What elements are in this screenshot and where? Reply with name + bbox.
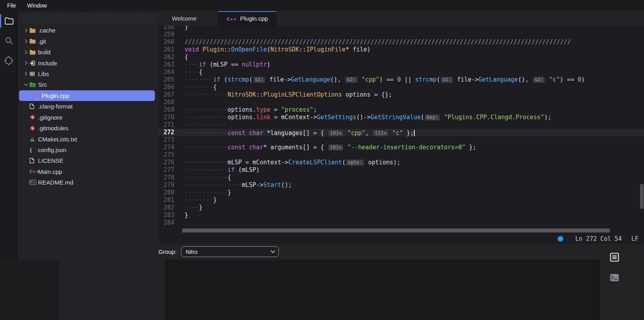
code-line-278[interactable]: 278············{ bbox=[158, 174, 644, 181]
code-line-280[interactable]: 280············} bbox=[158, 189, 644, 196]
code-line-273[interactable]: 273 bbox=[158, 136, 644, 144]
line-number: 265 bbox=[158, 76, 174, 84]
code-line-282[interactable]: 282····} bbox=[158, 204, 644, 211]
tree-item--cache[interactable]: .cache bbox=[18, 25, 158, 36]
line-number: 274 bbox=[158, 144, 174, 151]
tree-item-label: config.json bbox=[38, 147, 67, 153]
code-text: ············NitroSDK::PluginLSPClientOpt… bbox=[185, 91, 392, 99]
file-icon bbox=[29, 103, 38, 109]
inlay-hint: [0]= bbox=[328, 130, 343, 136]
tree-item-build[interactable]: build bbox=[18, 47, 158, 57]
code-text: ········} bbox=[185, 196, 217, 204]
status-line-col: Ln 272 Col 54 bbox=[575, 235, 622, 242]
tree-item-cmakelists-txt[interactable]: CMakeLists.txt bbox=[18, 133, 158, 144]
tree-item--gitignore[interactable]: .gitignore bbox=[18, 112, 158, 123]
code-line-275[interactable]: 275 bbox=[158, 151, 644, 159]
code-line-266[interactable]: 266········{ bbox=[158, 84, 644, 91]
horizontal-scrollbar[interactable] bbox=[182, 229, 610, 232]
tree-item-license[interactable]: LICENSE bbox=[18, 155, 158, 166]
tab-label: Plugin.cpp bbox=[240, 15, 268, 22]
cpp-icon: C++ bbox=[227, 15, 236, 22]
code-line-261[interactable]: 261void Plugin::OnOpenFile(NitroSDK::IPl… bbox=[158, 46, 644, 53]
line-number: 263 bbox=[158, 61, 174, 69]
chevron-right-icon[interactable] bbox=[23, 61, 29, 65]
inlay-hint: s2: bbox=[345, 77, 357, 83]
code-area[interactable]: 258}259260//////////////////////////////… bbox=[158, 26, 644, 245]
line-number: 275 bbox=[158, 151, 174, 159]
output-icon[interactable] bbox=[609, 252, 619, 262]
status-bar: Ln 272 Col 54 LF bbox=[158, 234, 644, 244]
panel-icon-gutter bbox=[600, 244, 644, 320]
tree-item-config-json[interactable]: { }config.json bbox=[18, 145, 158, 155]
tab-plugin-cpp[interactable]: C++Plugin.cpp bbox=[218, 11, 276, 26]
code-line-276[interactable]: 276············mLSP = mContext->CreateLS… bbox=[158, 159, 644, 166]
extensions-icon[interactable] bbox=[0, 51, 18, 70]
terminal-icon[interactable] bbox=[609, 272, 619, 283]
folder-icon bbox=[29, 28, 38, 33]
tree-item-label: .clang-format bbox=[38, 103, 73, 110]
tree-item--git[interactable]: .git bbox=[18, 36, 158, 46]
code-line-284[interactable]: 284 bbox=[158, 219, 644, 227]
code-line-277[interactable]: 277············if (mLSP) bbox=[158, 166, 644, 174]
folder-icon bbox=[29, 50, 38, 55]
chevron-right-icon[interactable] bbox=[23, 50, 29, 54]
vertical-scrollbar[interactable] bbox=[640, 184, 644, 209]
src-icon bbox=[29, 82, 38, 88]
tree-item--gitmodules[interactable]: .gitmodules bbox=[18, 123, 158, 133]
group-select[interactable]: Nitro bbox=[181, 246, 279, 257]
code-line-281[interactable]: 281········} bbox=[158, 196, 644, 204]
md-icon bbox=[29, 180, 38, 185]
code-line-274[interactable]: 274············const char* arguments[] =… bbox=[158, 144, 644, 151]
tree-item-src[interactable]: Src bbox=[18, 79, 158, 90]
line-number: 280 bbox=[158, 189, 174, 196]
text-cursor bbox=[414, 130, 415, 136]
code-text: ········if (strcmp(s1: file->GetLanguage… bbox=[185, 76, 585, 84]
code-line-270[interactable]: 270············options.link = mContext->… bbox=[158, 114, 644, 121]
tree-item-plugin-cpp[interactable]: C++Plugin.cpp bbox=[18, 90, 158, 101]
output-panel bbox=[165, 259, 600, 320]
code-line-264[interactable]: 264····{ bbox=[158, 69, 644, 76]
cpp-icon: C++ bbox=[29, 169, 38, 174]
code-line-271[interactable]: 271············ bbox=[158, 121, 644, 129]
code-line-267[interactable]: 267············NitroSDK::PluginLSPClient… bbox=[158, 91, 644, 99]
tab-welcome[interactable]: Welcome bbox=[163, 11, 205, 26]
code-line-262[interactable]: 262{ bbox=[158, 53, 644, 61]
code-line-263[interactable]: 263····if (mLSP == nullptr) bbox=[158, 61, 644, 69]
code-line-268[interactable]: 268 bbox=[158, 99, 644, 106]
chevron-right-icon[interactable] bbox=[23, 72, 29, 76]
files-icon[interactable] bbox=[0, 11, 18, 31]
menu-bar: FileWindow bbox=[0, 0, 644, 11]
tree-item-readme-md[interactable]: README.md bbox=[18, 177, 158, 188]
chevron-down-icon[interactable] bbox=[23, 83, 29, 87]
code-line-258[interactable]: 258} bbox=[158, 26, 644, 31]
menu-window[interactable]: Window bbox=[27, 2, 47, 9]
chevron-right-icon[interactable] bbox=[23, 29, 29, 32]
status-dot-icon bbox=[558, 236, 563, 242]
line-number: 279 bbox=[158, 181, 174, 189]
tree-item-libs[interactable]: Libs bbox=[18, 69, 158, 79]
search-icon[interactable] bbox=[0, 31, 18, 51]
code-line-279[interactable]: 279················mLSP->Start(); bbox=[158, 181, 644, 189]
chevron-right-icon[interactable] bbox=[23, 39, 29, 43]
tree-item-main-cpp[interactable]: C++Main.cpp bbox=[18, 166, 158, 177]
code-line-272[interactable]: 272············const char *languages[] =… bbox=[158, 129, 644, 136]
libs-icon bbox=[29, 71, 38, 76]
line-number: 260 bbox=[158, 38, 174, 46]
inlay-hint: s1: bbox=[253, 77, 265, 83]
menu-file[interactable]: File bbox=[7, 2, 16, 9]
tree-item-include[interactable]: Include bbox=[18, 57, 158, 68]
svg-text:{ }: { } bbox=[29, 147, 36, 153]
inlay-hint: s2: bbox=[533, 77, 545, 83]
tree-item-label: .gitignore bbox=[38, 114, 63, 121]
tree-item-label: LICENSE bbox=[38, 157, 63, 164]
code-line-260[interactable]: 260/////////////////////////////////////… bbox=[158, 38, 644, 46]
code-line-259[interactable]: 259 bbox=[158, 31, 644, 38]
line-number: 269 bbox=[158, 106, 174, 114]
tree-item--clang-format[interactable]: .clang-format bbox=[18, 101, 158, 112]
code-line-265[interactable]: 265········if (strcmp(s1: file->GetLangu… bbox=[158, 76, 644, 84]
code-line-269[interactable]: 269············options.type = "process"; bbox=[158, 106, 644, 114]
code-line-283[interactable]: 283} bbox=[158, 211, 644, 219]
line-number: 281 bbox=[158, 196, 174, 204]
code-text: ············options.type = "process"; bbox=[185, 106, 317, 114]
tree-item-label: .cache bbox=[38, 27, 55, 34]
